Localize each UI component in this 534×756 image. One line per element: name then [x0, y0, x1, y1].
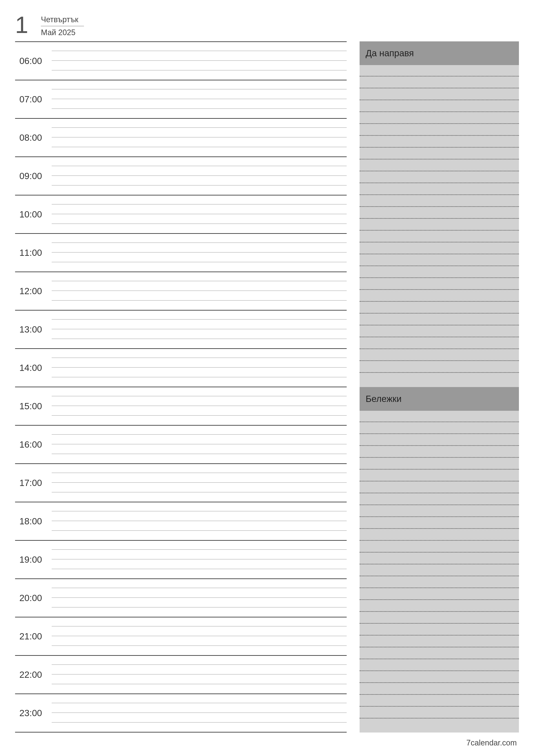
dotted-rule-line [360, 218, 519, 219]
dotted-rule-line [360, 206, 519, 207]
hour-row: 07:00 [15, 80, 347, 119]
dotted-rule-line [360, 682, 519, 683]
dotted-rule-line [360, 599, 519, 600]
hour-label: 09:00 [15, 157, 52, 195]
dotted-rule-line [360, 111, 519, 112]
content-area: 06:0007:0008:0009:0010:0011:0012:0013:00… [15, 41, 519, 733]
hour-label: 12:00 [15, 272, 52, 310]
rule-line [52, 108, 347, 109]
planner-page: 1 Четвъртък Май 2025 06:0007:0008:0009:0… [0, 0, 534, 756]
hour-note-lines [52, 349, 347, 387]
rule-line [52, 166, 347, 166]
dotted-rule-line [360, 623, 519, 624]
dotted-rule-line [360, 540, 519, 541]
rule-line [52, 492, 347, 493]
dotted-rule-line [360, 88, 519, 88]
rule-line [52, 367, 347, 368]
dotted-rule-line [360, 182, 519, 183]
rule-line [52, 415, 347, 416]
rule-line [52, 597, 347, 598]
dotted-rule-line [360, 469, 519, 470]
rule-line [52, 626, 347, 627]
rule-line [52, 176, 347, 176]
hour-row: 17:00 [15, 464, 347, 502]
dotted-rule-line [360, 289, 519, 290]
hourly-schedule: 06:0007:0008:0009:0010:0011:0012:0013:00… [15, 41, 347, 733]
hour-row: 09:00 [15, 157, 347, 196]
dotted-rule-line [360, 242, 519, 242]
dotted-rule-line [360, 254, 519, 254]
hour-note-lines [52, 234, 347, 272]
dotted-rule-line [360, 135, 519, 136]
hour-label: 08:00 [15, 119, 52, 156]
hour-row: 13:00 [15, 310, 347, 349]
hour-note-lines [52, 579, 347, 617]
hour-note-lines [52, 656, 347, 693]
rule-line [52, 521, 347, 521]
dotted-rule-line [360, 659, 519, 659]
hour-note-lines [52, 157, 347, 195]
hour-row: 06:00 [15, 42, 347, 80]
rule-line [52, 137, 347, 138]
rule-line [52, 329, 347, 329]
dotted-rule-line [360, 76, 519, 76]
page-header: 1 Четвъртък Май 2025 [15, 13, 519, 37]
rule-line [52, 664, 347, 665]
hour-label: 10:00 [15, 196, 52, 233]
dotted-rule-line [360, 528, 519, 529]
hour-note-lines [52, 502, 347, 540]
dotted-rule-line [360, 372, 519, 373]
hour-label: 14:00 [15, 349, 52, 387]
rule-line [52, 511, 347, 511]
rule-line [52, 358, 347, 358]
hour-note-lines [52, 310, 347, 348]
notes-panel: Бележки [360, 387, 519, 733]
dotted-rule-line [360, 670, 519, 671]
rule-line [52, 147, 347, 147]
rule-line [52, 185, 347, 186]
hour-row: 08:00 [15, 119, 347, 157]
dotted-rule-line [360, 481, 519, 481]
hour-row: 10:00 [15, 196, 347, 234]
todo-title: Да направя [360, 41, 519, 65]
dotted-rule-line [360, 421, 519, 422]
dotted-rule-line [360, 337, 519, 337]
rule-line [52, 607, 347, 608]
rule-line [52, 559, 347, 559]
hour-label: 07:00 [15, 80, 52, 118]
dotted-rule-line [360, 123, 519, 124]
rule-line [52, 569, 347, 569]
dotted-rule-line [360, 564, 519, 564]
dotted-rule-line [360, 301, 519, 302]
rule-line [52, 722, 347, 723]
hour-label: 17:00 [15, 464, 52, 502]
dotted-rule-line [360, 493, 519, 493]
rule-line [52, 454, 347, 454]
day-number: 1 [15, 13, 32, 37]
hour-row: 21:00 [15, 617, 347, 656]
hour-row: 11:00 [15, 234, 347, 272]
dotted-rule-line [360, 348, 519, 349]
hour-row: 22:00 [15, 656, 347, 694]
rule-line [52, 319, 347, 320]
hour-row: 19:00 [15, 541, 347, 579]
dotted-rule-line [360, 516, 519, 517]
rule-line [52, 703, 347, 703]
hour-label: 22:00 [15, 656, 52, 693]
dotted-rule-line [360, 635, 519, 635]
rule-line [52, 127, 347, 128]
side-panels: Да направя Бележки [360, 41, 519, 733]
rule-line [52, 636, 347, 636]
rule-line [52, 406, 347, 406]
dotted-rule-line [360, 147, 519, 148]
todo-lines-area [360, 65, 519, 387]
dotted-rule-line [360, 230, 519, 230]
rule-line [52, 51, 347, 51]
rule-line [52, 224, 347, 224]
rule-line [52, 674, 347, 675]
rule-line [52, 434, 347, 435]
hour-row: 20:00 [15, 579, 347, 617]
hour-note-lines [52, 42, 347, 80]
notes-lines-area [360, 411, 519, 733]
hour-label: 06:00 [15, 42, 52, 80]
